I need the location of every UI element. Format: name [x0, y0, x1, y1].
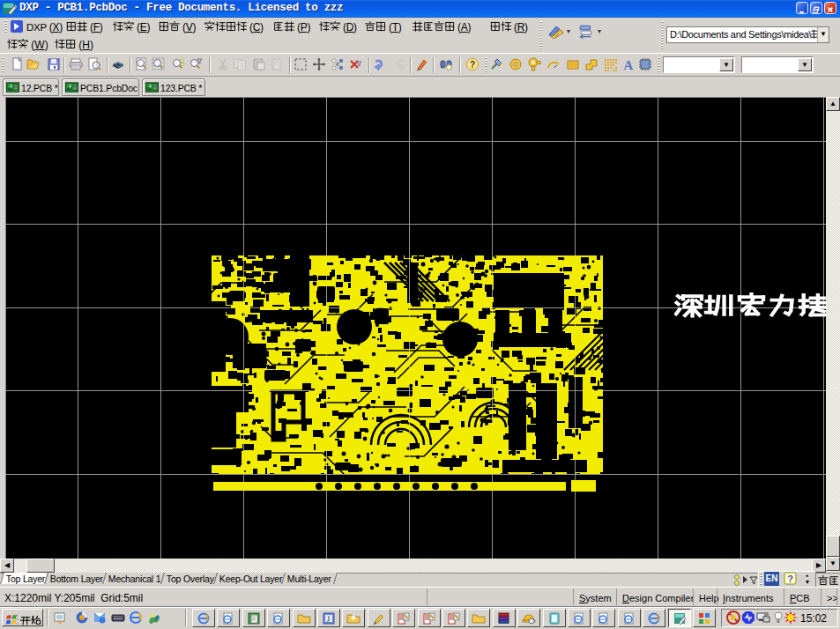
svg-text:?: ? [470, 60, 475, 70]
svg-text:?: ? [787, 574, 793, 584]
svg-text:A: A [624, 58, 634, 71]
